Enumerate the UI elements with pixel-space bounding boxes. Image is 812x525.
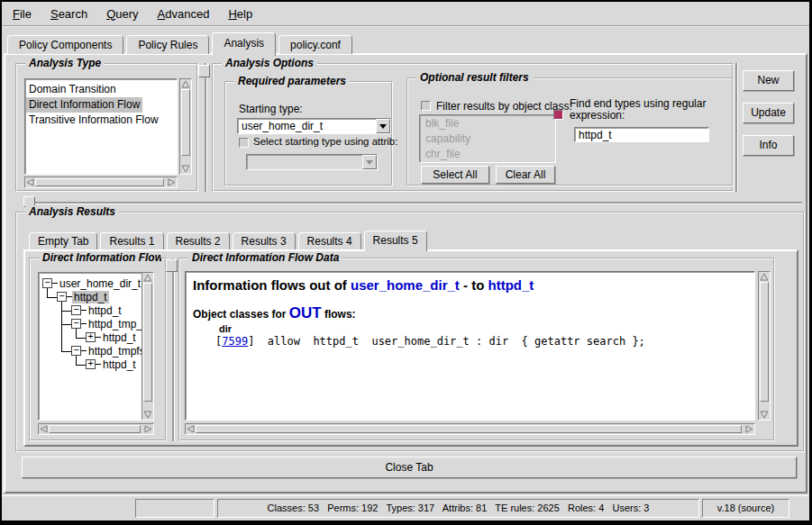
tree-expand-icon[interactable]: − [57,292,67,302]
tab-policy-conf[interactable]: policy.conf [278,35,352,54]
tree-expand-icon[interactable]: + [86,359,96,369]
tree-data-sash[interactable] [172,258,174,441]
tree-row[interactable]: +httpd_t [86,358,138,370]
results-sash-horizontal[interactable] [32,202,802,204]
clear-all-button[interactable]: Clear All [496,166,555,184]
tab-policy-rules[interactable]: Policy Rules [126,35,209,54]
tab-results-5[interactable]: Results 5 [364,231,427,251]
close-tab-button[interactable]: Close Tab [22,457,797,478]
tree-expand-icon[interactable]: − [42,278,52,288]
tree-node-label[interactable]: httpd_tmp_t [87,318,141,330]
scroll-down-icon[interactable] [181,165,190,173]
tree-node-label[interactable]: user_home_dir_t [58,277,141,290]
menu-bar: File Search Query Advanced Help [2,2,809,27]
scroll-up-icon[interactable] [143,274,152,282]
combobox-dropdown-button[interactable] [376,119,390,133]
new-button[interactable]: New [743,70,794,91]
status-version: v.18 (source) [702,499,789,518]
tree-data-sash-handle[interactable] [166,259,178,272]
update-button[interactable]: Update [743,103,794,123]
flow-data-hscrollbar[interactable] [185,423,755,435]
scroll-right-icon[interactable] [745,425,753,433]
scroll-down-icon[interactable] [760,411,769,419]
analysis-results-group: Analysis Results Empty Tab Results 1 Res… [15,212,805,452]
attrib-checkbox-label: Select starting type using attrib: [253,136,397,147]
tree-node-label-selected[interactable]: httpd_t [72,291,109,303]
tab-results-3[interactable]: Results 3 [233,232,296,249]
info-button[interactable]: Info [743,135,794,156]
tab-analysis[interactable]: Analysis [212,32,276,56]
scroll-right-icon[interactable] [168,178,176,186]
tree-node-label[interactable]: httpd_tmpfs_t [87,345,141,358]
scroll-down-icon[interactable] [143,411,152,419]
tree-node-label[interactable]: httpd_t [101,331,138,344]
menu-advanced[interactable]: Advanced [158,7,210,21]
menu-file[interactable]: File [13,7,32,21]
flow-tree-vscrollbar[interactable] [141,273,153,420]
object-class-item: capability [423,131,473,147]
tree-expand-icon[interactable]: − [71,305,81,315]
scroll-right-icon[interactable] [144,425,152,433]
starting-type-combobox[interactable]: user_home_dir_t [237,118,391,134]
vscroll-slider[interactable] [143,283,152,402]
flow-data-vscrollbar[interactable] [758,271,771,421]
tree-expand-icon[interactable]: + [86,332,96,342]
tab-results-4[interactable]: Results 4 [298,232,361,249]
hscroll-slider[interactable] [196,425,742,433]
tree-row[interactable]: +httpd_t [86,331,138,343]
hscroll-slider[interactable] [49,425,141,433]
flow-data-title: Direct Information Flow Data [188,251,342,264]
chevron-down-icon [366,160,373,165]
tree-row[interactable]: −httpd_t [71,304,123,316]
flow-tree-title: Direct Information Flow Tree [39,251,161,264]
tree-line [61,351,71,352]
analysis-type-item-transitive-information-flow[interactable]: Transitive Information Flow [26,113,161,128]
tree-expand-icon[interactable]: − [71,346,81,356]
analysis-type-listbox[interactable]: Domain Transition Direct Information Flo… [24,78,178,175]
scroll-up-icon[interactable] [181,80,190,88]
analysis-type-vscrollbar[interactable] [179,78,192,175]
tree-row[interactable]: −httpd_tmp_t [71,318,141,330]
filter-by-object-class-label: Filter results by object class: [436,100,572,113]
flow-tree-hscrollbar[interactable] [38,423,154,435]
scroll-left-icon[interactable] [187,425,195,433]
analysis-type-hscrollbar[interactable] [24,177,178,188]
tab-empty-tab[interactable]: Empty Tab [29,232,97,249]
object-class-name: dir [219,323,232,334]
tree-node-label[interactable]: httpd_t [87,304,123,317]
analysis-type-item-direct-information-flow[interactable]: Direct Information Flow [26,97,142,113]
vscroll-slider[interactable] [181,89,190,156]
analysis-type-title: Analysis Type [25,57,105,69]
vscroll-slider[interactable] [760,282,769,402]
tree-row[interactable]: −httpd_tmpfs_t [71,345,141,357]
select-all-button[interactable]: Select All [421,166,489,184]
tab-results-2[interactable]: Results 2 [167,232,230,249]
regex-input[interactable]: httpd_t [574,127,709,142]
scroll-left-icon[interactable] [26,178,34,186]
tree-row[interactable]: −httpd_t [57,291,109,303]
regex-checkbox[interactable] [553,110,563,120]
analysis-type-item-domain-transition[interactable]: Domain Transition [26,82,119,97]
tab-policy-components[interactable]: Policy Components [7,35,123,54]
tree-expand-icon[interactable]: − [71,319,81,329]
flow-tree-group: Direct Information Flow Tree [29,258,167,441]
combobox-dropdown-button-disabled [362,155,377,169]
hscroll-slider[interactable] [35,178,164,186]
panel-sash-handle[interactable] [198,65,210,77]
analysis-type-group: Analysis Type Domain Transition Direct I… [15,63,198,192]
menu-help[interactable]: Help [228,7,252,21]
filter-by-object-class-checkbox[interactable] [421,101,431,111]
attrib-checkbox[interactable] [239,138,249,148]
tree-node-label[interactable]: httpd_t [101,358,138,371]
flow-data-textarea[interactable]: Information flows out of user_home_dir_t… [185,271,755,421]
menu-query[interactable]: Query [106,7,138,21]
menu-search[interactable]: Search [50,7,87,21]
scroll-left-icon[interactable] [40,425,48,433]
scroll-up-icon[interactable] [760,273,769,281]
flow-tree[interactable]: −user_home_dir_t −httpd_t −httpd_t −http… [38,272,154,421]
tab-results-1[interactable]: Results 1 [100,232,163,249]
tree-row[interactable]: −user_home_dir_t [42,277,141,289]
rule-number-link[interactable]: 7599 [222,335,248,348]
panel-sash-vertical[interactable] [205,63,206,192]
object-classes-heading: Object classes for OUT flows: [193,304,356,322]
